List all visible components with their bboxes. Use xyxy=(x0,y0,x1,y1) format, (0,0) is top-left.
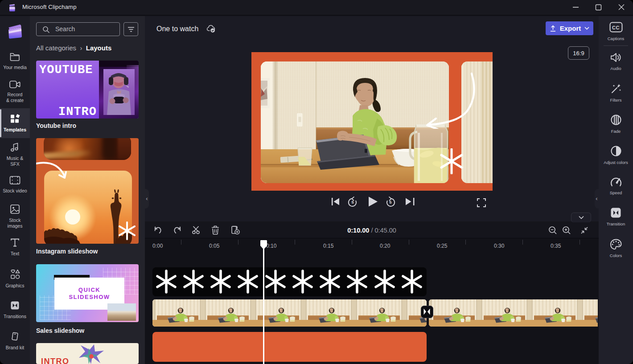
svg-text:CC: CC xyxy=(612,25,620,30)
svg-text:5: 5 xyxy=(389,200,392,204)
svg-text:5: 5 xyxy=(351,200,354,204)
